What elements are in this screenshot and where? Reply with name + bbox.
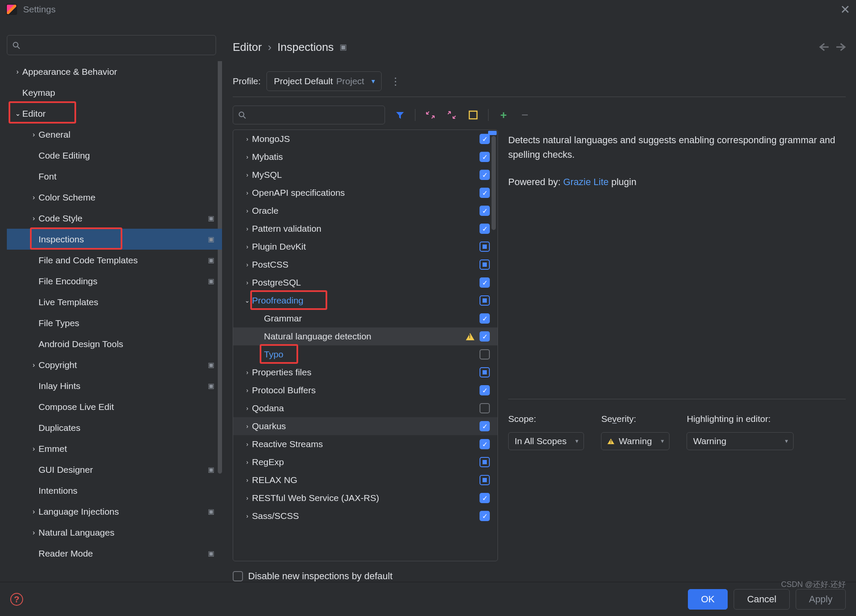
- inspection-checkbox[interactable]: ✓: [480, 511, 490, 521]
- sidebar-item-language-injections[interactable]: ›Language Injections▣: [7, 501, 222, 522]
- profile-scope-label: Project: [336, 76, 364, 86]
- help-icon[interactable]: ?: [10, 593, 23, 606]
- inspection-row-proofreading[interactable]: ⌄Proofreading: [233, 292, 498, 309]
- highlighting-value: Warning: [693, 434, 726, 448]
- sidebar-item-file-types[interactable]: File Types: [7, 312, 222, 333]
- sidebar-item-compose-live-edit[interactable]: Compose Live Edit: [7, 396, 222, 417]
- sidebar-item-inlay-hints[interactable]: Inlay Hints▣: [7, 375, 222, 396]
- inspection-checkbox[interactable]: [480, 475, 490, 485]
- forward-icon[interactable]: [836, 43, 846, 51]
- inspection-row-restful-web-service-jax-rs-[interactable]: ›RESTful Web Service (JAX-RS)✓: [233, 489, 498, 507]
- sidebar-item-label: General: [39, 130, 214, 140]
- sidebar-item-intentions[interactable]: Intentions: [7, 480, 222, 501]
- inspection-row-mysql[interactable]: ›MySQL✓: [233, 166, 498, 184]
- inspection-row-reactive-streams[interactable]: ›Reactive Streams✓: [233, 435, 498, 453]
- remove-icon[interactable]: −: [518, 109, 531, 121]
- inspections-tree[interactable]: ›MongoJS✓›Mybatis✓›MySQL✓›OpenAPI specif…: [233, 130, 498, 561]
- inspection-checkbox[interactable]: [480, 242, 490, 252]
- severity-select[interactable]: Warning ▼: [601, 432, 669, 450]
- inspection-checkbox[interactable]: ✓: [480, 188, 490, 198]
- inspection-checkbox[interactable]: ✓: [480, 493, 490, 503]
- sidebar-item-reader-mode[interactable]: Reader Mode▣: [7, 543, 222, 564]
- inspection-search-input[interactable]: [233, 106, 385, 124]
- inspection-row-openapi-specifications[interactable]: ›OpenAPI specifications✓: [233, 184, 498, 202]
- inspection-checkbox[interactable]: [480, 367, 490, 377]
- inspection-checkbox[interactable]: [480, 259, 490, 270]
- inspection-row-regexp[interactable]: ›RegExp: [233, 453, 498, 471]
- inspection-row-typo[interactable]: Typo: [233, 345, 498, 363]
- inspection-checkbox[interactable]: [480, 295, 490, 306]
- inspection-checkbox[interactable]: ✓: [480, 313, 490, 324]
- sidebar-item-code-style[interactable]: ›Code Style▣: [7, 208, 222, 229]
- inspection-row-grammar[interactable]: Grammar✓: [233, 309, 498, 327]
- inspection-checkbox[interactable]: ✓: [480, 439, 490, 449]
- inspection-checkbox[interactable]: ✓: [480, 224, 490, 234]
- sidebar-item-general[interactable]: ›General: [7, 124, 222, 145]
- sidebar-item-file-and-code-templates[interactable]: File and Code Templates▣: [7, 250, 222, 271]
- sidebar-item-copyright[interactable]: ›Copyright▣: [7, 354, 222, 375]
- breadcrumb-parent[interactable]: Editor: [233, 41, 262, 54]
- profile-dropdown[interactable]: Project Default Project ▼: [267, 71, 382, 91]
- inspection-row-relax-ng[interactable]: ›RELAX NG: [233, 471, 498, 489]
- highlighting-select[interactable]: Warning ▼: [687, 432, 794, 450]
- inspection-checkbox[interactable]: [480, 457, 490, 467]
- inspection-row-quarkus[interactable]: ›Quarkus✓: [233, 417, 498, 435]
- inspection-row-postgresql[interactable]: ›PostgreSQL✓: [233, 274, 498, 292]
- inspection-row-mybatis[interactable]: ›Mybatis✓: [233, 148, 498, 166]
- cancel-button[interactable]: Cancel: [734, 589, 789, 610]
- sidebar-item-appearance-behavior[interactable]: ›Appearance & Behavior: [7, 61, 222, 82]
- powered-by-prefix: Powered by:: [508, 177, 563, 187]
- inspection-row-protocol-buffers[interactable]: ›Protocol Buffers✓: [233, 381, 498, 399]
- inspection-row-natural-language-detection[interactable]: Natural language detection✓: [233, 327, 498, 345]
- inspection-row-sass-scss[interactable]: ›Sass/SCSS✓: [233, 507, 498, 525]
- inspection-checkbox[interactable]: ✓: [480, 152, 490, 162]
- reset-icon[interactable]: ▣: [340, 42, 347, 52]
- profile-actions-icon[interactable]: ⋯: [390, 77, 402, 86]
- inspection-row-oracle[interactable]: ›Oracle✓: [233, 202, 498, 220]
- sidebar-item-android-design-tools[interactable]: Android Design Tools: [7, 333, 222, 354]
- reset-icon[interactable]: [467, 109, 480, 121]
- settings-search-input[interactable]: [7, 35, 216, 55]
- sidebar-item-duplicates[interactable]: Duplicates: [7, 417, 222, 438]
- back-icon[interactable]: [819, 43, 829, 51]
- disable-new-checkbox[interactable]: [233, 571, 243, 581]
- highlighting-label: Highlighting in editor:: [687, 412, 794, 426]
- inspection-row-pattern-validation[interactable]: ›Pattern validation✓: [233, 220, 498, 238]
- sidebar-item-font[interactable]: Font: [7, 166, 222, 187]
- inspection-row-properties-files[interactable]: ›Properties files: [233, 363, 498, 381]
- sidebar-item-gui-designer[interactable]: GUI Designer▣: [7, 459, 222, 480]
- sidebar-item-emmet[interactable]: ›Emmet: [7, 438, 222, 459]
- sidebar-item-inspections[interactable]: Inspections▣: [7, 229, 222, 250]
- inspection-row-postcss[interactable]: ›PostCSS: [233, 256, 498, 274]
- apply-button[interactable]: Apply: [796, 589, 846, 610]
- filter-icon[interactable]: [394, 109, 406, 121]
- inspection-checkbox[interactable]: [480, 403, 490, 413]
- close-icon[interactable]: ✕: [840, 3, 850, 17]
- sidebar-item-natural-languages[interactable]: ›Natural Languages: [7, 522, 222, 543]
- sidebar-item-live-templates[interactable]: Live Templates: [7, 292, 222, 312]
- sidebar-item-color-scheme[interactable]: ›Color Scheme: [7, 187, 222, 208]
- inspection-checkbox[interactable]: ✓: [480, 170, 490, 180]
- sidebar-item-editor[interactable]: ⌄Editor: [7, 103, 222, 124]
- expand-all-icon[interactable]: [424, 109, 437, 121]
- inspection-checkbox[interactable]: ✓: [480, 385, 490, 395]
- inspection-row-qodana[interactable]: ›Qodana: [233, 399, 498, 417]
- sidebar-item-keymap[interactable]: Keymap: [7, 82, 222, 103]
- inspection-checkbox[interactable]: ✓: [480, 421, 490, 431]
- scope-select[interactable]: In All Scopes ▼: [508, 432, 584, 450]
- settings-tree[interactable]: ›Appearance & BehaviorKeymap⌄Editor›Gene…: [7, 61, 222, 582]
- inspection-checkbox[interactable]: ✓: [480, 206, 490, 216]
- ok-button[interactable]: OK: [688, 589, 728, 610]
- powered-by-link[interactable]: Grazie Lite: [563, 177, 608, 187]
- inspection-checkbox[interactable]: ✓: [480, 331, 490, 342]
- inspection-row-plugin-devkit[interactable]: ›Plugin DevKit: [233, 238, 498, 256]
- add-icon[interactable]: +: [497, 109, 510, 121]
- collapse-all-icon[interactable]: [445, 109, 458, 121]
- inspection-checkbox[interactable]: ✓: [480, 134, 490, 144]
- sidebar-item-code-editing[interactable]: Code Editing: [7, 145, 222, 166]
- inspection-row-mongojs[interactable]: ›MongoJS✓: [233, 130, 498, 148]
- inspection-checkbox[interactable]: [480, 349, 490, 360]
- inspection-checkbox[interactable]: ✓: [480, 277, 490, 288]
- sidebar-item-file-encodings[interactable]: File Encodings▣: [7, 271, 222, 292]
- disable-new-label[interactable]: Disable new inspections by default: [248, 571, 393, 582]
